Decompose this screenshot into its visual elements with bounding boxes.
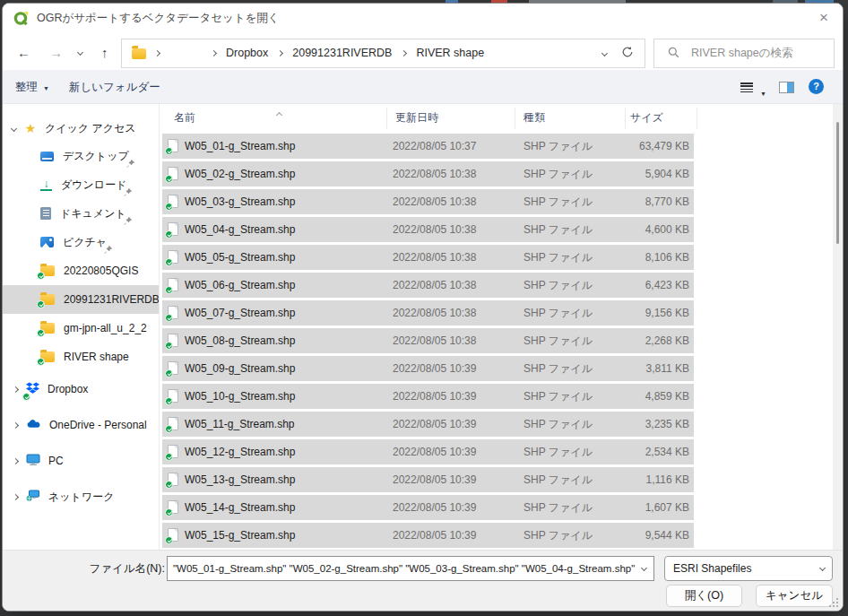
pin-icon[interactable] xyxy=(103,245,113,257)
shp-file-icon xyxy=(168,250,178,264)
sidebar-item[interactable]: デスクトップ xyxy=(3,142,159,170)
sync-check-badge-icon xyxy=(165,286,173,294)
column-header-modified[interactable]: 更新日時 xyxy=(395,104,438,132)
shp-file-icon xyxy=(168,195,178,208)
breadcrumb-segment[interactable]: 20991231RIVERDB xyxy=(284,39,400,67)
sidebar-item[interactable]: gm-jpn-all_u_2_2 xyxy=(3,314,159,343)
file-size: 5,904 KB xyxy=(645,161,689,187)
chevron-right-icon[interactable] xyxy=(13,457,19,464)
sidebar-item[interactable]: 20991231RIVERDB xyxy=(3,285,159,314)
refresh-icon[interactable] xyxy=(621,46,634,62)
table-row[interactable]: W05_04-g_Stream.shp2022/08/05 10:38SHP フ… xyxy=(162,217,694,242)
sidebar-item-label: ネットワーク xyxy=(48,490,114,505)
table-row[interactable]: W05_07-g_Stream.shp2022/08/05 10:38SHP フ… xyxy=(162,300,694,325)
file-modified: 2022/08/05 10:38 xyxy=(393,189,476,214)
chevron-right-icon[interactable] xyxy=(277,50,283,56)
pin-icon[interactable] xyxy=(123,216,133,229)
scrollbar-thumb[interactable] xyxy=(836,122,839,244)
table-row[interactable]: W05_12-g_Stream.shp2022/08/05 10:39SHP フ… xyxy=(162,439,694,464)
vertical-scrollbar[interactable] xyxy=(833,104,843,551)
file-modified: 2022/08/05 10:38 xyxy=(393,245,476,270)
folder-icon xyxy=(40,294,55,305)
chevron-down-icon[interactable] xyxy=(641,565,647,571)
sidebar-item[interactable]: ドキュメント xyxy=(3,199,159,228)
sidebar-item[interactable]: ピクチャ xyxy=(3,228,159,256)
breadcrumb[interactable]: Dropbox 20991231RIVERDB RIVER shape xyxy=(121,39,645,68)
title-bar[interactable]: OGRがサポートするベクタデータセットを開く × xyxy=(3,4,843,33)
table-row[interactable]: W05_11-g_Stream.shp2022/08/05 10:39SHP フ… xyxy=(162,412,694,437)
help-icon[interactable] xyxy=(809,79,824,94)
table-row[interactable]: W05_01-g_Stream.shp2022/08/05 10:37SHP フ… xyxy=(162,134,694,159)
organize-button[interactable]: 整理 xyxy=(15,70,49,104)
filename-combobox[interactable]: "W05_01-g_Stream.shp" "W05_02-g_Stream.s… xyxy=(167,556,654,581)
chevron-right-icon[interactable] xyxy=(13,421,19,428)
table-row[interactable]: W05_09-g_Stream.shp2022/08/05 10:39SHP フ… xyxy=(162,356,694,381)
file-modified: 2022/08/05 10:39 xyxy=(393,495,476,520)
chevron-right-icon[interactable] xyxy=(401,50,407,56)
forward-button[interactable] xyxy=(49,39,63,67)
shp-file-icon xyxy=(168,278,178,291)
pin-icon[interactable] xyxy=(123,187,133,200)
table-row[interactable]: W05_14-g_Stream.shp2022/08/05 10:39SHP フ… xyxy=(162,495,694,520)
shp-file-icon xyxy=(168,417,178,430)
filetype-combobox[interactable]: ESRI Shapefiles xyxy=(664,556,833,581)
desktop-background: OGRがサポートするベクタデータセットを開く × Dropbox 2099123… xyxy=(0,0,848,616)
sidebar-item[interactable]: PC xyxy=(3,443,159,479)
back-button[interactable] xyxy=(17,39,30,67)
breadcrumb-segment[interactable]: RIVER shape xyxy=(408,39,492,67)
open-button[interactable]: 開く(O) xyxy=(666,585,742,607)
chevron-down-icon[interactable] xyxy=(819,565,826,571)
chevron-right-icon[interactable] xyxy=(13,493,19,499)
file-type: SHP ファイル xyxy=(524,439,593,464)
list-header: 名前 更新日時 種類 サイズ xyxy=(160,104,833,132)
up-button[interactable] xyxy=(101,39,108,67)
column-divider[interactable] xyxy=(515,108,515,129)
column-divider[interactable] xyxy=(625,108,626,129)
column-header-size[interactable]: サイズ xyxy=(630,104,663,132)
file-name: W05_03-g_Stream.shp xyxy=(185,189,295,214)
table-row[interactable]: W05_03-g_Stream.shp2022/08/05 10:38SHP フ… xyxy=(162,189,694,214)
column-header-type[interactable]: 種類 xyxy=(524,104,545,132)
file-type: SHP ファイル xyxy=(524,328,593,353)
sidebar-item[interactable]: Dropbox xyxy=(3,371,159,407)
table-row[interactable]: W05_05-g_Stream.shp2022/08/05 10:38SHP フ… xyxy=(162,245,694,270)
chevron-right-icon[interactable] xyxy=(154,50,160,56)
table-row[interactable]: W05_08-g_Stream.shp2022/08/05 10:38SHP フ… xyxy=(162,328,694,353)
sync-check-badge-icon xyxy=(165,203,173,211)
view-mode-icon[interactable] xyxy=(740,82,753,92)
sidebar-item[interactable]: 20220805QGIS xyxy=(3,256,159,285)
pin-icon[interactable] xyxy=(125,159,135,171)
sync-check-badge-icon xyxy=(37,300,45,308)
table-row[interactable]: W05_15-g_Stream.shp2022/08/05 10:39SHP フ… xyxy=(162,523,694,548)
preview-pane-icon[interactable] xyxy=(779,82,794,93)
column-divider[interactable] xyxy=(697,108,697,129)
sidebar-item[interactable]: ダウンロード xyxy=(3,170,159,199)
shp-file-icon xyxy=(168,389,178,403)
chevron-right-icon[interactable] xyxy=(211,50,217,56)
sidebar-item-label: クイック アクセス xyxy=(45,121,136,136)
sidebar-item-quick-access[interactable]: クイック アクセス xyxy=(3,115,159,142)
table-row[interactable]: W05_13-g_Stream.shp2022/08/05 10:39SHP フ… xyxy=(162,467,694,492)
resize-grip[interactable] xyxy=(829,598,838,607)
search-input[interactable]: RIVER shapeの検索 xyxy=(653,39,835,68)
column-divider[interactable] xyxy=(386,108,387,129)
table-row[interactable]: W05_06-g_Stream.shp2022/08/05 10:38SHP フ… xyxy=(162,273,694,298)
close-icon[interactable]: × xyxy=(812,6,835,30)
sidebar-item[interactable]: RIVER shape xyxy=(3,343,159,371)
new-folder-button[interactable]: 新しいフォルダー xyxy=(69,70,160,104)
table-row[interactable]: W05_02-g_Stream.shp2022/08/05 10:38SHP フ… xyxy=(162,161,694,187)
table-row[interactable]: W05_10-g_Stream.shp2022/08/05 10:39SHP フ… xyxy=(162,384,694,409)
chevron-down-icon[interactable] xyxy=(11,125,17,131)
view-mode-chevron-icon[interactable] xyxy=(760,83,766,100)
file-size: 4,859 KB xyxy=(645,384,689,409)
column-header-name[interactable]: 名前 xyxy=(174,104,195,132)
quick-items: デスクトップダウンロードドキュメントピクチャ20220805QGIS209912… xyxy=(3,142,159,371)
chevron-right-icon[interactable] xyxy=(13,386,19,392)
sidebar-item[interactable]: ネットワーク xyxy=(3,479,159,515)
cancel-button[interactable]: キャンセル xyxy=(756,585,833,607)
address-dropdown-chevron-icon[interactable] xyxy=(601,50,608,56)
sidebar-item[interactable]: OneDrive - Personal xyxy=(3,407,159,443)
recent-locations-chevron-icon[interactable] xyxy=(77,49,83,56)
breadcrumb-segment[interactable]: Dropbox xyxy=(218,39,276,67)
dropbox-icon xyxy=(26,382,39,397)
